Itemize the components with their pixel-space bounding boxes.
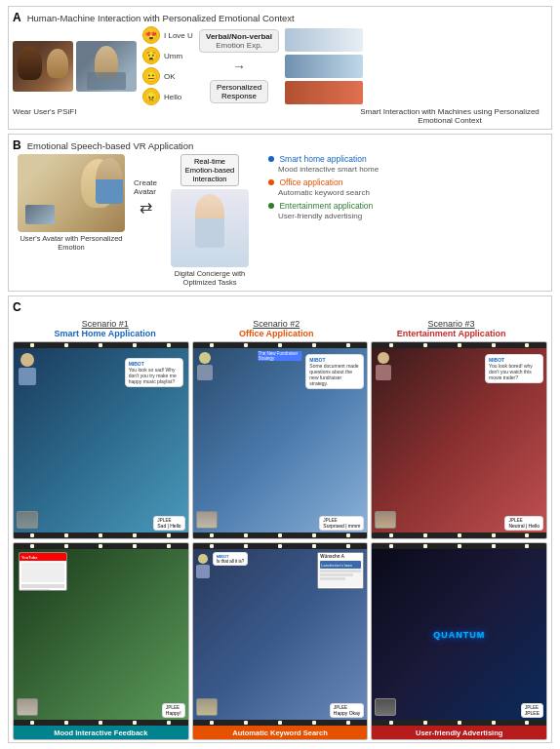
sc-mibot-text-2: Some document made questions about the n… xyxy=(309,363,360,386)
sc-jplee-1: JPLEE Sad | Hello xyxy=(153,516,184,531)
sb-dot-green xyxy=(268,203,274,209)
sa-captions: Wear User's PSiFI Smart Interaction with… xyxy=(13,107,547,125)
sb-task-entertainment-title: Entertainment application xyxy=(268,201,547,211)
sc-chat-mibot-2: MIBOT Some document made questions about… xyxy=(305,354,364,389)
sc-face-2 xyxy=(196,511,218,529)
sc-scenario-2-sub: Office Application xyxy=(239,329,314,338)
sc-cell-2-bot: Wünschn A Lanchester's laws xyxy=(192,542,369,740)
sc-chat-mibot-3: MIBOT You look bored! why don't you watc… xyxy=(485,354,543,383)
sc-face-3 xyxy=(375,511,396,529)
sa-response-text: Response xyxy=(217,92,261,100)
sc-chat-mibot-1: MIBOT You look so sad! Why don't you try… xyxy=(125,358,183,387)
sc-cell-1-bot: YouTube JPLEE Happy! xyxy=(13,542,189,740)
sc-wiki-title: Wünschn A xyxy=(320,554,361,559)
sc-cell-3-top-inner: MIBOT You look bored! why don't you watc… xyxy=(372,348,546,532)
sb-realtime-line3: Interaction xyxy=(185,175,234,183)
sc-scenario-1-label: Scenario #1 xyxy=(55,319,156,329)
sc-footer-2: Automatic Keyword Search xyxy=(193,726,368,739)
film-strip-bot-2 xyxy=(193,532,368,538)
sc-wiki-header: Wünschn A xyxy=(318,553,363,560)
sc-footer-1: Mood Interactive Feedback xyxy=(14,726,188,739)
sc-jplee-6: JPLEE JPLEE xyxy=(521,703,543,718)
emoji-umm-label: Umm xyxy=(164,52,193,60)
sa-emojis: 😍 I Love U 😧 Umm 😐 OK 😠 Hello xyxy=(142,26,193,105)
sb-arrow-area: CreateAvatar ⇄ xyxy=(134,154,157,217)
sc-scenario-3-header: Scenario #3 Entertainment Application xyxy=(397,319,506,338)
emoji-row-4: 😠 Hello xyxy=(142,88,193,105)
sc-cell-3-top: MIBOT You look bored! why don't you watc… xyxy=(371,341,547,539)
sc-cell-1-top-inner: MIBOT You look so sad! Why don't you try… xyxy=(14,348,188,532)
sb-create-label: CreateAvatar xyxy=(134,178,157,196)
sc-cell-1-top: MIBOT You look so sad! Why don't you try… xyxy=(13,341,189,539)
section-a-label: A xyxy=(13,11,21,24)
sb-realtime-line1: Real-time xyxy=(185,157,234,166)
sc-wiki-blue-bar: Lanchester's laws xyxy=(320,561,361,569)
emoji-hello-label: Hello xyxy=(164,93,193,101)
sc-jplee-label-4: Happy! xyxy=(166,710,181,716)
sc-cell-1-bot-inner: YouTube JPLEE Happy! xyxy=(14,549,188,720)
emoji-love: 😍 xyxy=(142,26,160,44)
sc-jplee-label-2: Surprised | mmm xyxy=(323,523,360,529)
sa-down-arrow: → xyxy=(232,59,246,74)
sc-cell-2-top-inner: MIBOT Some document made questions about… xyxy=(193,348,368,532)
sb-double-arrow: ⇄ xyxy=(140,198,152,217)
section-c: C Scenario #1 Smart Home Application Sce… xyxy=(8,296,552,743)
sc-jplee-label-1: Sad | Hello xyxy=(157,523,180,529)
sb-entertainment-label: Entertainment application xyxy=(279,201,373,211)
sc-scenario-3-label: Scenario #3 xyxy=(397,319,506,329)
main-container: A Human-Machine Interaction with Persona… xyxy=(0,0,560,749)
sc-scenario-1-header: Scenario #1 Smart Home Application xyxy=(55,319,156,338)
sa-verbal-line2: Emotion Exp. xyxy=(206,41,272,50)
sc-screen-1: YouTube xyxy=(19,552,67,591)
sc-title-card-2: The New Fundraiser Strategy xyxy=(258,351,301,361)
sc-face-5 xyxy=(196,698,218,716)
sb-task-office: Office application Automatic keyword sea… xyxy=(268,177,547,197)
sa-verbal-line1: Verbal/Non-verbal xyxy=(206,32,272,41)
sc-video-area xyxy=(21,563,64,582)
sc-youtube-bar: YouTube xyxy=(20,553,66,561)
emoji-love-label: I Love U xyxy=(164,31,193,40)
sc-jplee-label-3: Neutral | Hello xyxy=(508,523,540,529)
sa-personalized-box: Personalized Response xyxy=(210,80,268,103)
sc-mibot-5: MIBOT Is that all it is? xyxy=(213,552,249,566)
sb-task-smart-home: Smart home application Mood interactive … xyxy=(268,154,547,174)
sb-task-entertainment: Entertainment application User-friendly … xyxy=(268,201,547,220)
section-a-title: Human-Machine Interaction with Personali… xyxy=(27,13,295,23)
sb-dot-blue xyxy=(268,156,274,162)
sc-jplee-4: JPLEE Happy! xyxy=(162,703,185,718)
sc-wiki-text-3 xyxy=(320,577,344,580)
sb-caption-concierge: Digital Concierge with Optimized Tasks xyxy=(161,269,259,287)
film-strip-bot-3 xyxy=(372,532,546,538)
sa-right-images xyxy=(285,28,363,104)
emoji-row-2: 😧 Umm xyxy=(142,47,193,64)
sa-right-img-mid xyxy=(285,55,363,78)
emoji-row-1: 😍 I Love U xyxy=(142,26,193,44)
sc-face-6 xyxy=(375,698,396,716)
sc-cell-2-top: MIBOT Some document made questions about… xyxy=(192,341,369,539)
section-b: B Emotional Speech-based VR Application … xyxy=(8,134,552,292)
sc-footer-3: User-friendly Advertising xyxy=(372,726,546,739)
section-b-title: Emotional Speech-based VR Application xyxy=(27,140,194,151)
section-b-content: User's Avatar with Personalized Emotion … xyxy=(13,154,547,287)
sc-wiki-text-1 xyxy=(320,570,361,572)
sc-jplee-label-6: JPLEE xyxy=(525,710,540,716)
sb-caption-avatar: User's Avatar with Personalized Emotion xyxy=(13,234,130,252)
sa-verbal-box: Verbal/Non-verbal Emotion Exp. xyxy=(199,29,279,53)
sc-scenario-2-header: Scenario #2 Office Application xyxy=(239,319,314,338)
avatar-figure-2 xyxy=(197,352,213,379)
emoji-hello: 😠 xyxy=(142,88,160,105)
sc-subtitle-bar xyxy=(21,589,50,591)
sb-avatar-phone xyxy=(25,205,55,224)
sa-person-image xyxy=(76,41,137,92)
sc-cell-3-bot: QUANTUM JPLEE JPLEE User-friendly Advert… xyxy=(371,542,547,740)
sb-realtime-line2: Emotion-based xyxy=(185,166,234,175)
emoji-row-3: 😐 OK xyxy=(142,67,193,85)
sc-header: Scenario #1 Smart Home Application Scena… xyxy=(13,319,547,338)
sc-jplee-3: JPLEE Neutral | Hello xyxy=(504,516,543,531)
sc-jplee-5: JPLEE Happy Okay xyxy=(330,703,365,718)
sa-right-img-bot xyxy=(285,81,363,104)
sb-smart-home-desc: Mood interactive smart home xyxy=(268,165,547,174)
sc-cell-3-bot-inner: QUANTUM JPLEE JPLEE xyxy=(372,549,546,720)
sc-cell-2-bot-inner: Wünschn A Lanchester's laws xyxy=(193,549,368,720)
sb-concierge-image xyxy=(171,189,249,267)
